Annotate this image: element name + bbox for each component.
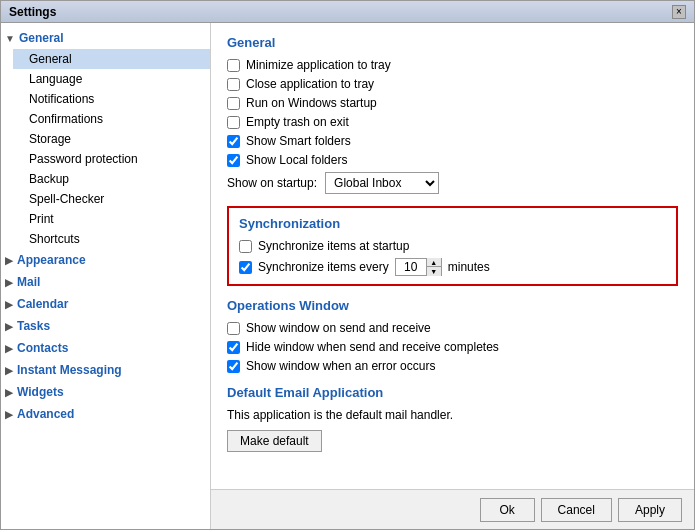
sidebar-group-contacts[interactable]: ▶ Contacts: [1, 337, 210, 359]
sidebar-item-password-protection[interactable]: Password protection: [13, 149, 210, 169]
sync-minutes-input-wrapper: ▲ ▼: [395, 258, 442, 276]
chevron-right-icon: ▶: [5, 299, 13, 310]
run-startup-checkbox[interactable]: [227, 97, 240, 110]
make-default-button[interactable]: Make default: [227, 430, 322, 452]
sync-every-label: Synchronize items every: [258, 260, 389, 274]
show-window-error-label: Show window when an error occurs: [246, 359, 435, 373]
empty-trash-label: Empty trash on exit: [246, 115, 349, 129]
close-tray-label: Close application to tray: [246, 77, 374, 91]
sidebar-group-label-mail: Mail: [17, 275, 40, 289]
sidebar: ▼ General General Language Notifications…: [1, 23, 211, 529]
sidebar-item-backup[interactable]: Backup: [13, 169, 210, 189]
sidebar-group-mail[interactable]: ▶ Mail: [1, 271, 210, 293]
default-email-title: Default Email Application: [227, 385, 678, 400]
local-folders-label: Show Local folders: [246, 153, 347, 167]
show-on-startup-select[interactable]: Global Inbox Last used Inbox: [325, 172, 439, 194]
show-window-send-checkbox[interactable]: [227, 322, 240, 335]
sidebar-group-instant-messaging[interactable]: ▶ Instant Messaging: [1, 359, 210, 381]
checkbox-show-window-send: Show window on send and receive: [227, 321, 678, 335]
bottom-bar: Ok Cancel Apply: [211, 489, 694, 529]
sidebar-item-spell-checker[interactable]: Spell-Checker: [13, 189, 210, 209]
show-window-send-label: Show window on send and receive: [246, 321, 431, 335]
checkbox-local-folders: Show Local folders: [227, 153, 678, 167]
sidebar-group-label-contacts: Contacts: [17, 341, 68, 355]
sidebar-group-advanced[interactable]: ▶ Advanced: [1, 403, 210, 425]
chevron-right-icon: ▶: [5, 409, 13, 420]
checkbox-run-startup: Run on Windows startup: [227, 96, 678, 110]
sidebar-group-label-appearance: Appearance: [17, 253, 86, 267]
checkbox-show-window-error: Show window when an error occurs: [227, 359, 678, 373]
show-on-startup-label: Show on startup:: [227, 176, 317, 190]
chevron-down-icon: ▼: [5, 33, 15, 44]
default-email-description: This application is the default mail han…: [227, 408, 678, 422]
spinner-up-button[interactable]: ▲: [427, 258, 441, 267]
sidebar-group-widgets[interactable]: ▶ Widgets: [1, 381, 210, 403]
operations-section-title: Operations Window: [227, 298, 678, 313]
sync-minutes-input[interactable]: [396, 259, 426, 275]
default-email-section: Default Email Application This applicati…: [227, 385, 678, 452]
operations-section: Operations Window Show window on send an…: [227, 298, 678, 373]
sidebar-group-label-widgets: Widgets: [17, 385, 64, 399]
spinner-down-button[interactable]: ▼: [427, 267, 441, 276]
minimize-tray-checkbox[interactable]: [227, 59, 240, 72]
chevron-right-icon: ▶: [5, 277, 13, 288]
checkbox-hide-window-completes: Hide window when send and receive comple…: [227, 340, 678, 354]
sync-every-row: Synchronize items every ▲ ▼ minutes: [239, 258, 666, 276]
sync-section-title: Synchronization: [239, 216, 666, 231]
sync-at-startup-label: Synchronize items at startup: [258, 239, 409, 253]
sidebar-item-general[interactable]: General: [13, 49, 210, 69]
apply-button[interactable]: Apply: [618, 498, 682, 522]
local-folders-checkbox[interactable]: [227, 154, 240, 167]
sidebar-group-general[interactable]: ▼ General: [1, 27, 210, 49]
close-button[interactable]: ×: [672, 5, 686, 19]
content-area: General Minimize application to tray Clo…: [211, 23, 694, 529]
ok-button[interactable]: Ok: [480, 498, 535, 522]
sidebar-item-language[interactable]: Language: [13, 69, 210, 89]
title-bar: Settings ×: [1, 1, 694, 23]
sidebar-group-appearance[interactable]: ▶ Appearance: [1, 249, 210, 271]
settings-window: Settings × ▼ General General Language No…: [0, 0, 695, 530]
minimize-tray-label: Minimize application to tray: [246, 58, 391, 72]
synchronization-box: Synchronization Synchronize items at sta…: [227, 206, 678, 286]
run-startup-label: Run on Windows startup: [246, 96, 377, 110]
sidebar-item-notifications[interactable]: Notifications: [13, 89, 210, 109]
sync-minutes-unit-label: minutes: [448, 260, 490, 274]
sidebar-group-tasks[interactable]: ▶ Tasks: [1, 315, 210, 337]
chevron-right-icon: ▶: [5, 343, 13, 354]
hide-window-completes-checkbox[interactable]: [227, 341, 240, 354]
sync-at-startup-checkbox[interactable]: [239, 240, 252, 253]
chevron-right-icon: ▶: [5, 321, 13, 332]
show-on-startup-row: Show on startup: Global Inbox Last used …: [227, 172, 678, 194]
hide-window-completes-label: Hide window when send and receive comple…: [246, 340, 499, 354]
general-section-title: General: [227, 35, 678, 50]
sidebar-group-label-calendar: Calendar: [17, 297, 68, 311]
window-title: Settings: [9, 5, 56, 19]
sidebar-item-confirmations[interactable]: Confirmations: [13, 109, 210, 129]
sync-every-checkbox[interactable]: [239, 261, 252, 274]
empty-trash-checkbox[interactable]: [227, 116, 240, 129]
checkbox-close-tray: Close application to tray: [227, 77, 678, 91]
show-window-error-checkbox[interactable]: [227, 360, 240, 373]
sidebar-group-label-instant-messaging: Instant Messaging: [17, 363, 122, 377]
sidebar-group-calendar[interactable]: ▶ Calendar: [1, 293, 210, 315]
close-tray-checkbox[interactable]: [227, 78, 240, 91]
checkbox-empty-trash: Empty trash on exit: [227, 115, 678, 129]
chevron-right-icon: ▶: [5, 255, 13, 266]
spinner-buttons: ▲ ▼: [426, 258, 441, 276]
checkbox-minimize-tray: Minimize application to tray: [227, 58, 678, 72]
sidebar-item-storage[interactable]: Storage: [13, 129, 210, 149]
sidebar-group-label-tasks: Tasks: [17, 319, 50, 333]
chevron-right-icon: ▶: [5, 387, 13, 398]
sidebar-group-label: General: [19, 31, 64, 45]
main-content: ▼ General General Language Notifications…: [1, 23, 694, 529]
chevron-right-icon: ▶: [5, 365, 13, 376]
sidebar-item-print[interactable]: Print: [13, 209, 210, 229]
sidebar-group-label-advanced: Advanced: [17, 407, 74, 421]
smart-folders-checkbox[interactable]: [227, 135, 240, 148]
smart-folders-label: Show Smart folders: [246, 134, 351, 148]
content-scroll: General Minimize application to tray Clo…: [211, 23, 694, 489]
checkbox-smart-folders: Show Smart folders: [227, 134, 678, 148]
sync-at-startup-row: Synchronize items at startup: [239, 239, 666, 253]
sidebar-item-shortcuts[interactable]: Shortcuts: [13, 229, 210, 249]
cancel-button[interactable]: Cancel: [541, 498, 612, 522]
